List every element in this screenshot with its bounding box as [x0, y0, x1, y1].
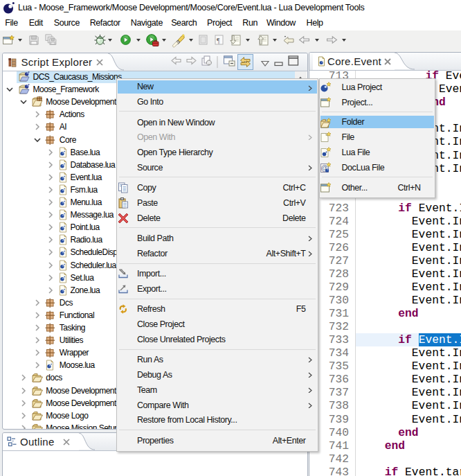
svg-text:¶: ¶: [217, 37, 220, 44]
